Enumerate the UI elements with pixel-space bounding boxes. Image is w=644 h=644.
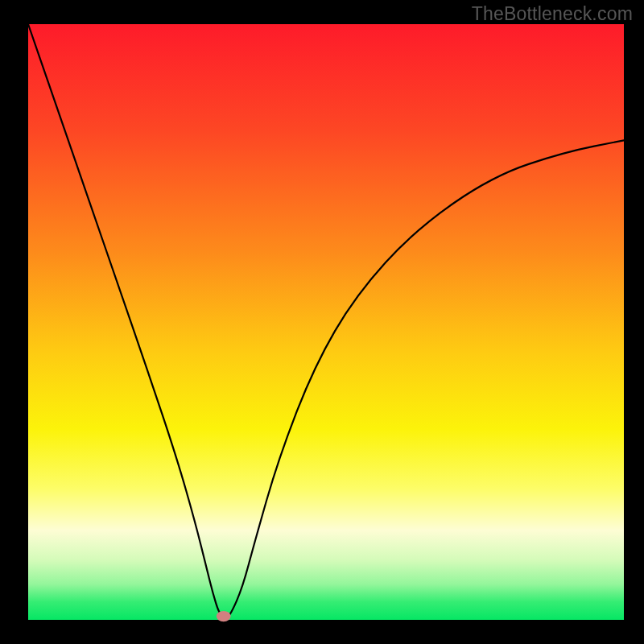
bottleneck-chart bbox=[0, 0, 644, 644]
gradient-background bbox=[28, 24, 624, 620]
chart-frame: { "watermark": "TheBottleneck.com", "cha… bbox=[0, 0, 644, 644]
optimum-marker bbox=[217, 611, 231, 621]
watermark-text: TheBottleneck.com bbox=[472, 3, 633, 25]
